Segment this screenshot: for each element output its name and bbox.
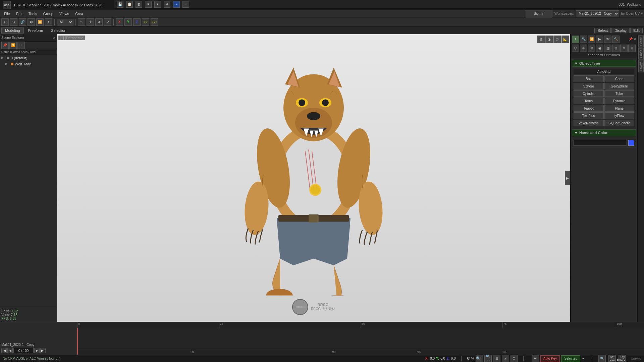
rotate-tool[interactable]: ↺ (95, 18, 103, 26)
sub-icon4[interactable]: ◉ (596, 45, 603, 52)
plus-btn[interactable]: + (532, 355, 539, 362)
step-fwd-btn[interactable]: ▶ (34, 348, 40, 353)
menu-create[interactable]: Crea (72, 11, 86, 16)
obj-textplus[interactable]: TextPlus (574, 112, 604, 119)
coord-xy[interactable]: XY (142, 18, 149, 26)
move-tool[interactable]: ✛ (87, 18, 94, 26)
frame-input[interactable] (13, 348, 34, 353)
zoom-full-btn[interactable]: ⤢ (502, 355, 509, 362)
select-btn[interactable]: Select (594, 28, 611, 33)
obj-tyflow[interactable]: tyFlow (604, 112, 635, 119)
zoom-out-btn[interactable]: 🔍- (476, 355, 483, 362)
create-icon[interactable]: ✦ (572, 36, 579, 43)
select-tool[interactable]: ↖ (78, 18, 85, 26)
name-color-header[interactable]: ▼ Name and Color (572, 129, 636, 136)
menu-views[interactable]: Views (57, 11, 72, 16)
list-item-wolf[interactable]: ▶ Wolf_Man (0, 61, 57, 67)
sub-icon7[interactable]: ⊕ (620, 45, 628, 52)
panel-close-btn[interactable]: ✕ (633, 37, 636, 41)
vp-render-btn[interactable]: 🖥 (537, 36, 545, 43)
obj-geosphere[interactable]: GeoSphere (604, 83, 635, 89)
filter-dropdown[interactable]: All (57, 19, 73, 25)
object-type-header[interactable]: ▼ Object Type (572, 60, 636, 67)
sub-icon2[interactable]: ✏ (580, 45, 587, 52)
undo-button[interactable]: ↩ (1, 18, 9, 26)
list-item-default[interactable]: ▶ 0 (default) (0, 55, 57, 61)
hierarchy-button[interactable]: 🔀 (36, 18, 44, 26)
img-info-btn[interactable]: ℹ (154, 1, 161, 8)
coord-z[interactable]: Z (133, 18, 141, 26)
menu-edit[interactable]: Edit (13, 11, 25, 16)
sub-icon5[interactable]: ▥ (604, 45, 611, 52)
edge-tab1[interactable]: Scene (638, 36, 644, 48)
img-blue-btn[interactable]: ■ (173, 1, 180, 8)
utility-icon[interactable]: 🔨 (612, 36, 620, 43)
viewport-nav-right[interactable]: ▶ (565, 171, 570, 185)
auto-key-btn[interactable]: Auto Key (540, 355, 560, 362)
img-delete-btn[interactable]: 🗑 (136, 1, 142, 8)
tab-freeform[interactable]: Freeform (24, 27, 47, 34)
obj-box[interactable]: Box (574, 75, 604, 82)
obj-torus[interactable]: Torus (574, 98, 604, 104)
vp-wireframe-btn[interactable]: ⬡ (553, 36, 561, 43)
sub-icon3[interactable]: ⊞ (588, 45, 595, 52)
obj-gquadsphere[interactable]: GQuadSphere (604, 120, 635, 126)
img-save-btn[interactable]: 💾 (117, 1, 123, 8)
sub-icon6[interactable]: ⊟ (612, 45, 620, 52)
display-icon[interactable]: 👁 (604, 36, 611, 43)
explorer-pin-btn[interactable]: 📌 (1, 42, 9, 49)
sub-icon1[interactable]: ⬡ (572, 45, 579, 52)
bind-button[interactable]: ⛓ (28, 18, 35, 26)
link-button[interactable]: 🔗 (19, 18, 26, 26)
modify-icon[interactable]: 🔧 (580, 36, 587, 43)
coord-y[interactable]: Y (124, 18, 132, 26)
obj-voxeremesh[interactable]: VoxeRemesh (574, 120, 604, 126)
sub-icon8[interactable]: ✤ (628, 45, 636, 52)
redo-button[interactable]: ↪ (10, 18, 17, 26)
vp-persp-btn[interactable]: 📐 (561, 36, 569, 43)
zoom-max-btn[interactable]: ⬡ (511, 355, 518, 362)
edge-tab2[interactable]: Props (638, 48, 644, 60)
name-input[interactable] (574, 140, 627, 146)
search-btn[interactable]: 🔍 (598, 355, 606, 362)
menu-group[interactable]: Group (40, 11, 56, 16)
zoom-in-btn[interactable]: 🔍+ (484, 355, 492, 362)
menu-file[interactable]: File (1, 11, 13, 16)
explorer-add-btn[interactable]: + (17, 42, 25, 49)
obj-sphere[interactable]: Sphere (574, 83, 604, 89)
edit-btn[interactable]: Edit (630, 28, 643, 33)
coord-x[interactable]: X (116, 18, 123, 26)
keyfilters-btn[interactable]: Key Filters... (619, 355, 626, 362)
next-frame-btn[interactable]: ▶| (40, 348, 46, 353)
setkey-btn[interactable]: Set Key (608, 355, 616, 362)
shapes-button[interactable]: ✦ (45, 18, 52, 26)
close-explorer-btn[interactable]: ✕ (53, 36, 55, 40)
obj-plane[interactable]: Plane (604, 105, 635, 112)
step-back-btn[interactable]: ◀ (7, 348, 13, 353)
motion-icon[interactable]: ▶ (596, 36, 603, 43)
panel-pin-btn[interactable]: 📌 (629, 37, 633, 41)
vp-shade-btn[interactable]: ◑ (545, 36, 553, 43)
obj-cone[interactable]: Cone (604, 75, 635, 82)
tab-modeling[interactable]: Modeling (1, 27, 24, 34)
obj-cylinder[interactable]: Cylinder (574, 90, 604, 97)
color-swatch[interactable] (628, 140, 634, 146)
obj-teapot[interactable]: Teapot (574, 105, 604, 112)
prev-frame-btn[interactable]: |◀ (1, 348, 7, 353)
img-monitor-btn[interactable]: 🖥 (164, 1, 170, 8)
img-copy-btn[interactable]: 📋 (126, 1, 133, 8)
menu-tools[interactable]: Tools (26, 11, 40, 16)
hierarchy-icon[interactable]: 🔀 (588, 36, 595, 43)
selected-dropdown[interactable]: ▼ (582, 357, 585, 360)
img-heart-btn[interactable]: ♥ (145, 1, 152, 8)
workspace-dropdown[interactable]: Mak21_2020.2 - Copy (576, 10, 619, 17)
obj-tube[interactable]: Tube (604, 90, 635, 97)
zoom-fit-btn[interactable]: ⊞ (493, 355, 500, 362)
img-more-btn[interactable]: ··· (182, 1, 189, 8)
edge-tab3[interactable]: Layers (638, 60, 644, 72)
obj-pyramid[interactable]: Pyramid (604, 98, 635, 104)
signin-button[interactable]: Sign In (526, 10, 552, 17)
explorer-filter-btn[interactable]: 🔽 (9, 42, 17, 49)
display-btn[interactable]: Display (611, 28, 630, 33)
coord-xy2[interactable]: XY↑ (151, 18, 158, 26)
